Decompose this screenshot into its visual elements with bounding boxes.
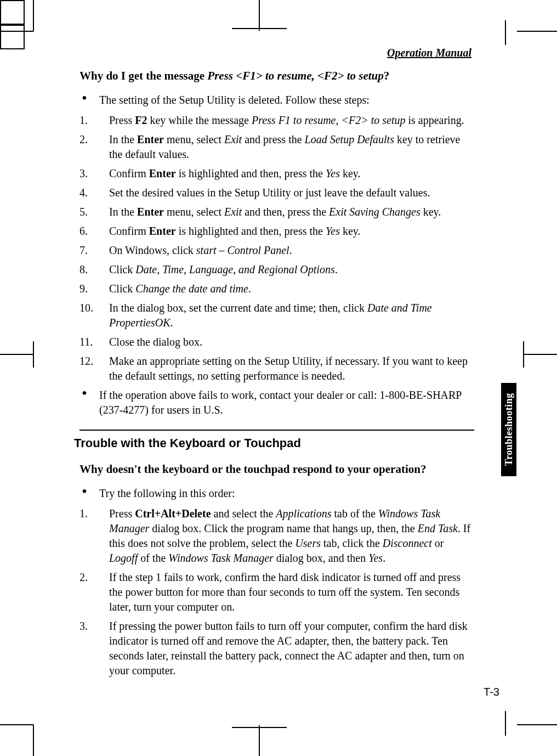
text-run: Change the date and time (135, 283, 248, 295)
text-run: Press F1 to resume, <F2> to setup (252, 114, 405, 126)
text-run: is appearing. (405, 114, 464, 126)
step-text: If pressing the power button fails to tu… (109, 619, 474, 678)
text-run: Users (295, 537, 321, 549)
text-run: dialog box, and then (274, 552, 368, 564)
crop-mark (259, 725, 260, 756)
list-item: 11.Close the dialog box. (79, 335, 474, 349)
crop-mark (259, 0, 260, 31)
section-title: Trouble with the Keyboard or Touchpad (74, 436, 474, 450)
crop-mark (517, 724, 557, 725)
step-text: In the Enter menu, select Exit and then,… (109, 205, 474, 219)
crop-mark-box (0, 0, 25, 25)
crop-mark (33, 0, 34, 31)
step-number: 6. (79, 224, 109, 239)
step-text: Click Change the date and time. (109, 281, 474, 296)
bullet-icon: • (79, 93, 99, 108)
crop-mark-box (0, 25, 25, 49)
text-run: menu, select (164, 206, 224, 218)
text-run: End Task (418, 522, 458, 534)
text-run: Enter (149, 167, 176, 179)
q1-suffix: ? (384, 69, 390, 82)
text-run: and press the (242, 133, 304, 145)
text-run: On Windows, click (109, 244, 196, 256)
q1-prefix: Why do I get the message (79, 69, 207, 82)
step-number: 9. (79, 281, 109, 296)
bullet-icon: • (79, 486, 99, 501)
text-run: Yes (368, 552, 383, 564)
text-run: key while the message (147, 114, 252, 126)
text-run: Logoff (109, 552, 138, 564)
crop-mark (0, 354, 33, 355)
text-run: In the (109, 133, 137, 145)
step-text: Set the desired values in the Setup Util… (109, 185, 474, 200)
text-run: Enter (137, 206, 164, 218)
step-text: In the Enter menu, select Exit and press… (109, 132, 474, 162)
crop-mark (505, 711, 506, 736)
text-run: key. (340, 225, 361, 237)
text-run: is highlighted and then, press the (176, 225, 326, 237)
crop-mark (0, 724, 33, 725)
list-item: 12.Make an appropriate setting on the Se… (79, 354, 474, 383)
list-item: 9.Click Change the date and time. (79, 281, 474, 296)
list-item: 4.Set the desired values in the Setup Ut… (79, 185, 474, 200)
step-number: 12. (79, 354, 109, 383)
step-number: 11. (79, 335, 109, 349)
bullet-icon: • (79, 388, 99, 418)
text-run: is highlighted and then, press the (176, 167, 326, 179)
text-run: start – Control Panel (196, 244, 289, 256)
text-run: tab, click the (321, 537, 383, 549)
step-number: 8. (79, 262, 109, 277)
step-number: 2. (79, 570, 109, 614)
text-run: of the (138, 552, 168, 564)
text-run: . (170, 317, 173, 329)
text-run: Disconnect (383, 537, 432, 549)
page-number: T-3 (484, 686, 499, 698)
bullet-text: If the operation above fails to work, co… (99, 388, 474, 418)
step-text: Press Ctrl+Alt+Delete and select the App… (109, 506, 474, 566)
question-heading-2: Why doesn't the keyboard or the touchpad… (79, 462, 474, 476)
text-run: Press (109, 114, 135, 126)
text-run: If the step 1 fails to work, confirm the… (109, 571, 461, 613)
crop-mark (33, 341, 34, 368)
step-text: If the step 1 fails to work, confirm the… (109, 570, 474, 614)
text-run: tab of the (331, 507, 378, 520)
text-run: Exit (224, 133, 242, 145)
text-run: OK (155, 317, 170, 329)
text-run: key. (420, 206, 441, 218)
text-run: Click (109, 263, 135, 275)
text-run: Make an appropriate setting on the Setup… (109, 355, 468, 382)
step-text: Close the dialog box. (109, 335, 474, 349)
list-item: 2.In the Enter menu, select Exit and pre… (79, 132, 474, 162)
bullet-text: The setting of the Setup Utility is dele… (99, 93, 474, 108)
crop-mark (0, 31, 33, 32)
step-number: 7. (79, 243, 109, 258)
q1-ital: Press <F1> to resume, <F2> to setup (207, 69, 383, 82)
list-item: 1.Press Ctrl+Alt+Delete and select the A… (79, 506, 474, 566)
step-text: Make an appropriate setting on the Setup… (109, 354, 474, 383)
text-run: Exit (224, 206, 242, 218)
text-run: or (432, 537, 444, 549)
text-run: Yes (326, 225, 340, 237)
list-item: 8.Click Date, Time, Language, and Region… (79, 262, 474, 277)
text-run: dialog box. Click the program name that … (149, 522, 417, 534)
crop-mark (505, 20, 506, 45)
step-number: 3. (79, 166, 109, 181)
step-number: 5. (79, 205, 109, 219)
page-content: Operation Manual Why do I get the messag… (79, 47, 474, 682)
text-run: Load Setup Defaults (305, 133, 394, 145)
bullet-item: • The setting of the Setup Utility is de… (79, 93, 474, 108)
text-run: . (248, 283, 251, 295)
text-run: Date, Time, Language, and Regional Optio… (135, 263, 334, 275)
text-run: key. (340, 167, 361, 179)
step-number: 1. (79, 506, 109, 566)
side-tab-troubleshooting: Troubleshooting (501, 383, 516, 476)
text-run: Set the desired values in the Setup Util… (109, 187, 430, 199)
text-run: and then, press the (242, 206, 329, 218)
text-run: and select the (211, 507, 276, 520)
text-run: F2 (135, 114, 147, 126)
bullet-item: • Try the following in this order: (79, 486, 474, 501)
text-run: menu, select (164, 133, 224, 145)
step-number: 10. (79, 301, 109, 330)
text-run: dialog box, set the current date and tim… (137, 302, 367, 314)
list-item: 10.In the dialog box, set the current da… (79, 301, 474, 330)
